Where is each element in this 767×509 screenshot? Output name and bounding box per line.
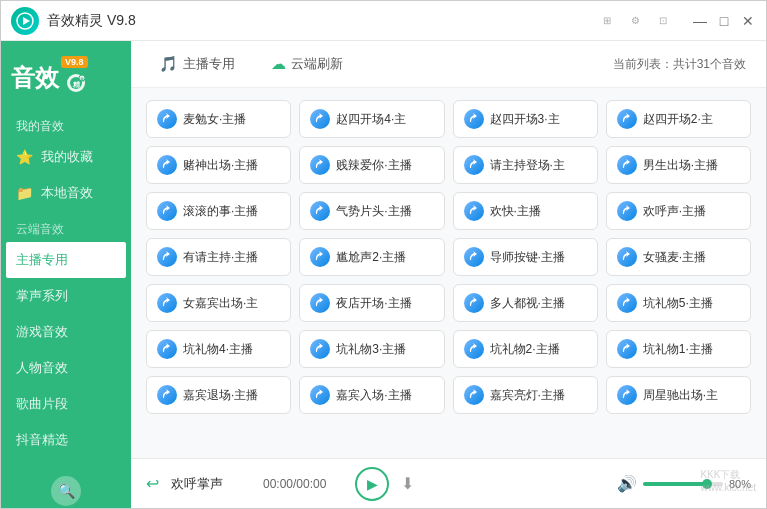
sound-item-icon — [617, 247, 637, 267]
sound-item[interactable]: 滚滚的事·主播 — [146, 192, 291, 230]
sound-grid-container[interactable]: 麦勉女·主播赵四开场4·主赵四开场3·主赵四开场2·主赌神出场·主播贱辣爱你·主… — [131, 88, 766, 458]
sound-item-name: 贱辣爱你·主播 — [336, 157, 411, 174]
sound-item[interactable]: 贱辣爱你·主播 — [299, 146, 444, 184]
sound-item[interactable]: 坑礼物5·主播 — [606, 284, 751, 322]
sound-item-icon — [310, 339, 330, 359]
title-bar-left: 音效精灵 V9.8 — [11, 7, 598, 35]
sound-item[interactable]: 坑礼物1·主播 — [606, 330, 751, 368]
sound-item[interactable]: 坑礼物2·主播 — [453, 330, 598, 368]
sound-item[interactable]: 坑礼物3·主播 — [299, 330, 444, 368]
sound-item[interactable]: 麦勉女·主播 — [146, 100, 291, 138]
version-badge: V9.8 — [61, 56, 88, 68]
sound-item-icon — [464, 293, 484, 313]
sound-item-icon — [310, 247, 330, 267]
sound-item[interactable]: 赌神出场·主播 — [146, 146, 291, 184]
sound-item-name: 嘉宾亮灯·主播 — [490, 387, 565, 404]
sound-item-icon — [617, 109, 637, 129]
svg-text:精: 精 — [72, 81, 81, 88]
sound-item[interactable]: 气势片头·主播 — [299, 192, 444, 230]
play-button[interactable]: ▶ — [355, 467, 389, 501]
sound-item-icon — [617, 339, 637, 359]
sidebar-item-my-collections[interactable]: ⭐ 我的收藏 — [1, 139, 131, 175]
sound-item[interactable]: 有请主持·主播 — [146, 238, 291, 276]
sound-item-name: 欢快·主播 — [490, 203, 541, 220]
sound-item-icon — [617, 155, 637, 175]
sound-item[interactable]: 夜店开场·主播 — [299, 284, 444, 322]
sound-item-name: 多人都视·主播 — [490, 295, 565, 312]
sidebar-item-local-sounds[interactable]: 📁 本地音效 — [1, 175, 131, 211]
app-title: 音效精灵 V9.8 — [47, 12, 136, 30]
sound-item-icon — [157, 109, 177, 129]
sound-item-name: 坑礼物5·主播 — [643, 295, 713, 312]
sound-item-icon — [617, 385, 637, 405]
sound-item-name: 女嘉宾出场·主 — [183, 295, 258, 312]
sound-item[interactable]: 导师按键·主播 — [453, 238, 598, 276]
sound-item-icon — [310, 385, 330, 405]
sidebar-item-song-clips[interactable]: 歌曲片段 — [1, 386, 131, 422]
volume-bar[interactable] — [643, 482, 723, 486]
sound-item[interactable]: 嘉宾入场·主播 — [299, 376, 444, 414]
close-button[interactable]: ✕ — [740, 13, 756, 29]
sound-item[interactable]: 多人都视·主播 — [453, 284, 598, 322]
sound-item[interactable]: 赵四开场2·主 — [606, 100, 751, 138]
search-button[interactable]: 🔍 — [51, 476, 81, 506]
player-shuffle-icon[interactable]: ↩ — [146, 474, 159, 493]
main-content: 音效 V9.8 精 灵 我的音效 ⭐ 我的收藏 — [1, 41, 766, 508]
sound-item-icon — [157, 155, 177, 175]
volume-fill — [643, 482, 707, 486]
sound-item-icon — [310, 201, 330, 221]
grid-view-icon[interactable]: ⊞ — [598, 12, 616, 30]
player-song-name: 欢呼掌声 — [171, 475, 251, 493]
sound-item-name: 有请主持·主播 — [183, 249, 258, 266]
star-icon: ⭐ — [16, 149, 33, 165]
sidebar-item-game-sounds[interactable]: 游戏音效 — [1, 314, 131, 350]
sound-item[interactable]: 欢快·主播 — [453, 192, 598, 230]
sound-item[interactable]: 赵四开场4·主 — [299, 100, 444, 138]
sound-item-name: 周星驰出场·主 — [643, 387, 718, 404]
sound-item-icon — [464, 201, 484, 221]
sidebar-item-applause-series[interactable]: 掌声系列 — [1, 278, 131, 314]
sound-item-name: 坑礼物1·主播 — [643, 341, 713, 358]
sound-item[interactable]: 女骚麦·主播 — [606, 238, 751, 276]
sound-item-name: 赵四开场4·主 — [336, 111, 406, 128]
sound-item[interactable]: 坑礼物4·主播 — [146, 330, 291, 368]
title-bar: 音效精灵 V9.8 ⊞ ⚙ ⊡ — □ ✕ — [1, 1, 766, 41]
sidebar-item-anchor-exclusive[interactable]: 主播专用 — [6, 242, 126, 278]
sound-item[interactable]: 周星驰出场·主 — [606, 376, 751, 414]
sound-item-name: 赵四开场3·主 — [490, 111, 560, 128]
current-list-info: 当前列表：共计31个音效 — [613, 56, 746, 73]
sound-item-name: 赌神出场·主播 — [183, 157, 258, 174]
right-panel: 🎵 主播专用 ☁ 云端刷新 当前列表：共计31个音效 麦勉女·主播赵四开场4·主… — [131, 41, 766, 508]
sound-item[interactable]: 男生出场·主播 — [606, 146, 751, 184]
sound-item[interactable]: 请主持登场·主 — [453, 146, 598, 184]
settings-icon[interactable]: ⚙ — [626, 12, 644, 30]
cloud-icon: ☁ — [271, 55, 286, 73]
app-logo-icon — [11, 7, 39, 35]
sound-item[interactable]: 嘉宾退场·主播 — [146, 376, 291, 414]
volume-percent: 80% — [729, 478, 751, 490]
share-icon[interactable]: ⊡ — [654, 12, 672, 30]
sound-item-name: 麦勉女·主播 — [183, 111, 246, 128]
volume-icon[interactable]: 🔊 — [617, 474, 637, 493]
sound-item-icon — [157, 293, 177, 313]
sound-item-icon — [464, 247, 484, 267]
sound-item-name: 滚滚的事·主播 — [183, 203, 258, 220]
cloud-refresh-btn[interactable]: ☁ 云端刷新 — [263, 51, 351, 77]
sound-item-icon — [464, 155, 484, 175]
maximize-button[interactable]: □ — [716, 13, 732, 29]
player-actions: ⬇ — [401, 474, 414, 493]
sound-item-name: 赵四开场2·主 — [643, 111, 713, 128]
download-icon[interactable]: ⬇ — [401, 474, 414, 493]
sound-item[interactable]: 嘉宾亮灯·主播 — [453, 376, 598, 414]
minimize-button[interactable]: — — [692, 13, 708, 29]
sound-item[interactable]: 女嘉宾出场·主 — [146, 284, 291, 322]
anchor-exclusive-btn[interactable]: 🎵 主播专用 — [151, 51, 243, 77]
sound-item[interactable]: 尴尬声2·主播 — [299, 238, 444, 276]
sound-item[interactable]: 赵四开场3·主 — [453, 100, 598, 138]
sound-item-name: 男生出场·主播 — [643, 157, 718, 174]
sidebar-item-character-sounds[interactable]: 人物音效 — [1, 350, 131, 386]
folder-icon: 📁 — [16, 185, 33, 201]
sound-item[interactable]: 欢呼声·主播 — [606, 192, 751, 230]
sidebar-item-tiktok[interactable]: 抖音精选 — [1, 422, 131, 458]
sound-item-name: 嘉宾入场·主播 — [336, 387, 411, 404]
